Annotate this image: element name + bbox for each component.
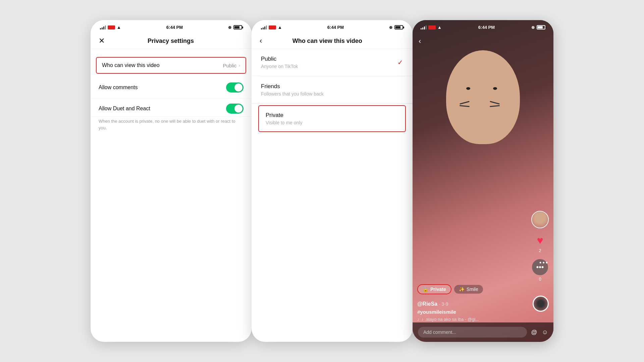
whisker-left2 — [460, 105, 470, 107]
view-options-list: Public Anyone on TikTok ✓ Friends Follow… — [252, 49, 413, 135]
location-icon-1: ⊕ — [228, 25, 231, 30]
signal-bars-2 — [261, 25, 267, 29]
allow-duet-setting: Allow Duet and React — [91, 99, 252, 117]
public-option-text: Public Anyone on TikTok — [261, 56, 298, 69]
music-disc — [533, 296, 549, 312]
close-button-1[interactable]: ✕ — [99, 37, 105, 45]
private-badge-label: Private — [430, 287, 446, 292]
music-text: ♪ .alayo na ako sa iba - @gl... — [422, 317, 479, 322]
status-bar-1: ▲ 6:44 PM ⊕ — [91, 20, 252, 33]
checkmark-icon: ✓ — [397, 58, 403, 66]
three-dots-horizontal[interactable]: ••• — [539, 259, 549, 266]
allow-comments-setting: Allow comments — [91, 76, 252, 99]
signal-bar — [424, 26, 425, 29]
tiktok-back-button[interactable]: ‹ — [419, 37, 421, 46]
carrier-bar-2 — [269, 25, 276, 29]
comment-bar: Add comment... @ ☺ — [413, 322, 553, 342]
tiktok-username[interactable]: @RieSa · 3-9 — [417, 301, 530, 307]
status-bar-2: ▲ 6:44 PM ⊕ — [252, 20, 413, 33]
signal-bar — [105, 25, 106, 29]
nav-bar-2: ‹ Who can view this video — [252, 33, 413, 49]
back-chevron-icon: ‹ — [419, 37, 421, 45]
tiktok-music: ♪ ♪ .alayo na ako sa iba - @gl... — [417, 317, 530, 322]
private-option-title: Private — [266, 112, 302, 119]
carrier-bar-1 — [108, 25, 115, 29]
tiktok-hashtag[interactable]: #yousmileismile — [417, 309, 530, 315]
comment-icons: @ ☺ — [531, 329, 548, 336]
heart-action[interactable]: ♥ 2 — [537, 234, 543, 253]
tiktok-bottom-info: 🔒 Private ✨ Smile @RieSa · 3-9 #yousmile… — [417, 284, 530, 322]
nav-bar-1: ✕ Privacy settings — [91, 33, 252, 49]
allow-duet-toggle[interactable] — [226, 104, 244, 114]
time-1: 6:44 PM — [166, 25, 183, 30]
friends-option-desc: Followers that you follow back — [261, 91, 324, 97]
emoji-icon[interactable]: ☺ — [542, 329, 548, 336]
music-icon: ♪ — [417, 317, 420, 322]
at-icon[interactable]: @ — [531, 329, 537, 336]
badge-row: 🔒 Private ✨ Smile — [417, 284, 530, 298]
tiktok-avatar[interactable] — [531, 211, 549, 228]
time-2: 6:44 PM — [327, 25, 344, 30]
allow-duet-description: When the account is private, no one will… — [99, 119, 235, 130]
status-bar-3: ▲ 6:44 PM ⊕ — [413, 20, 553, 33]
comment-count: 0 — [539, 277, 541, 282]
nav-title-1: Privacy settings — [110, 38, 231, 45]
friends-option-text: Friends Followers that you follow back — [261, 83, 324, 97]
private-option-desc: Visible to me only — [266, 120, 302, 125]
status-left-2: ▲ — [261, 25, 282, 30]
who-can-view-value-text: Public — [223, 63, 236, 68]
toggle-knob — [234, 83, 243, 92]
signal-bar — [261, 28, 262, 29]
signal-bar — [263, 27, 264, 29]
private-option-text: Private Visible to me only — [266, 112, 302, 125]
signal-bar — [421, 28, 422, 29]
tiktok-status-left: ▲ — [421, 25, 442, 30]
chevron-right-icon-1: › — [238, 63, 240, 68]
separator-2 — [252, 104, 413, 104]
screen2-who-can-view: ▲ 6:44 PM ⊕ ‹ Who can view this video Pu… — [252, 20, 413, 342]
eye-left — [466, 87, 470, 90]
face-oval — [446, 50, 520, 144]
screen3-tiktok-video: ▲ 6:44 PM ⊕ ‹ ♥ 2 ••• 0 ••• — [413, 20, 553, 342]
private-option[interactable]: Private Visible to me only — [258, 105, 406, 132]
username-text: @RieSa — [417, 301, 437, 307]
public-option[interactable]: Public Anyone on TikTok ✓ — [252, 49, 413, 76]
battery-icon-2 — [394, 25, 403, 29]
signal-bar — [100, 28, 101, 29]
signal-bar — [102, 27, 103, 29]
location-icon-2: ⊕ — [389, 25, 392, 30]
private-badge[interactable]: 🔒 Private — [417, 284, 451, 294]
smile-badge-label: Smile — [467, 287, 478, 292]
wifi-icon-3: ▲ — [437, 25, 442, 30]
allow-comments-label: Allow comments — [99, 84, 138, 90]
settings-list: Who can view this video Public › Allow c… — [91, 49, 252, 143]
allow-duet-label: Allow Duet and React — [99, 106, 150, 112]
whisker-left1 — [460, 101, 470, 105]
tiktok-actions: ♥ 2 ••• 0 — [531, 211, 549, 282]
toggle-knob-2 — [234, 105, 243, 113]
avatar-image — [532, 212, 548, 228]
friends-option[interactable]: Friends Followers that you follow back — [252, 76, 413, 104]
allow-comments-toggle[interactable] — [226, 82, 244, 93]
comment-input-field[interactable]: Add comment... — [418, 327, 527, 338]
username-extra: · 3-9 — [439, 301, 448, 307]
back-button-2[interactable]: ‹ — [260, 37, 262, 45]
who-can-view-label: Who can view this video — [102, 62, 160, 68]
signal-bars-3 — [421, 25, 427, 29]
nav-title-2: Who can view this video — [262, 38, 392, 45]
signal-bar — [426, 25, 427, 29]
time-3: 6:44 PM — [478, 25, 495, 30]
smile-badge: ✨ Smile — [454, 285, 483, 294]
status-left-1: ▲ — [100, 25, 121, 30]
tiktok-status-right: ⊕ — [531, 25, 545, 30]
sparkle-icon: ✨ — [459, 287, 465, 292]
carrier-bar-3 — [428, 25, 436, 29]
status-right-2: ⊕ — [389, 25, 403, 30]
public-option-desc: Anyone on TikTok — [261, 64, 298, 69]
who-can-view-setting[interactable]: Who can view this video Public › — [96, 57, 246, 74]
location-icon-3: ⊕ — [531, 25, 535, 30]
status-right-1: ⊕ — [228, 25, 242, 30]
signal-bar — [422, 27, 423, 29]
wifi-icon-2: ▲ — [278, 25, 282, 30]
dots-icon: ••• — [539, 259, 549, 266]
